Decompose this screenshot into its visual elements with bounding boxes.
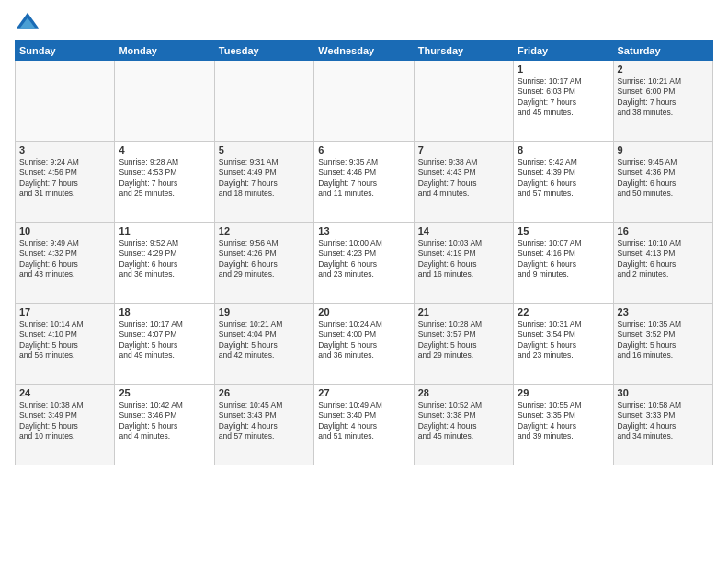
logo-icon	[15, 11, 40, 37]
day-info: Sunrise: 10:03 AMSunset: 4:19 PMDaylight…	[418, 238, 509, 281]
day-info: Sunrise: 9:35 AMSunset: 4:46 PMDaylight:…	[318, 157, 409, 200]
page: SundayMondayTuesdayWednesdayThursdayFrid…	[0, 0, 728, 563]
day-info: Sunrise: 10:17 AMSunset: 4:07 PMDaylight…	[119, 319, 210, 362]
weekday-header-friday: Friday	[514, 41, 613, 61]
day-info: Sunrise: 9:24 AMSunset: 4:56 PMDaylight:…	[19, 157, 110, 200]
day-number: 4	[119, 144, 210, 155]
calendar-cell: 23Sunrise: 10:35 AMSunset: 3:52 PMDaylig…	[613, 304, 712, 385]
day-info: Sunrise: 10:31 AMSunset: 3:54 PMDaylight…	[518, 319, 609, 362]
calendar: SundayMondayTuesdayWednesdayThursdayFrid…	[15, 40, 713, 465]
calendar-cell: 12Sunrise: 9:56 AMSunset: 4:26 PMDayligh…	[214, 223, 313, 304]
weekday-header-saturday: Saturday	[613, 41, 712, 61]
weekday-header-tuesday: Tuesday	[214, 41, 313, 61]
day-info: Sunrise: 9:45 AMSunset: 4:36 PMDaylight:…	[618, 157, 709, 200]
day-info: Sunrise: 10:42 AMSunset: 3:46 PMDaylight…	[119, 400, 210, 442]
day-info: Sunrise: 9:49 AMSunset: 4:32 PMDaylight:…	[19, 238, 110, 281]
calendar-header: SundayMondayTuesdayWednesdayThursdayFrid…	[16, 41, 713, 61]
calendar-cell: 26Sunrise: 10:45 AMSunset: 3:43 PMDaylig…	[214, 385, 313, 465]
day-info: Sunrise: 9:42 AMSunset: 4:39 PMDaylight:…	[518, 157, 609, 200]
calendar-cell: 4Sunrise: 9:28 AMSunset: 4:53 PMDaylight…	[115, 142, 214, 223]
day-number: 3	[19, 144, 110, 155]
calendar-cell: 14Sunrise: 10:03 AMSunset: 4:19 PMDaylig…	[414, 223, 513, 304]
calendar-cell: 19Sunrise: 10:21 AMSunset: 4:04 PMDaylig…	[214, 304, 313, 385]
day-info: Sunrise: 10:35 AMSunset: 3:52 PMDaylight…	[618, 319, 709, 362]
calendar-body: 1Sunrise: 10:17 AMSunset: 6:03 PMDayligh…	[16, 61, 713, 465]
day-info: Sunrise: 10:58 AMSunset: 3:33 PMDaylight…	[618, 400, 709, 442]
calendar-cell: 17Sunrise: 10:14 AMSunset: 4:10 PMDaylig…	[16, 304, 115, 385]
calendar-cell: 28Sunrise: 10:52 AMSunset: 3:38 PMDaylig…	[414, 385, 513, 465]
day-number: 18	[119, 306, 210, 317]
calendar-cell: 27Sunrise: 10:49 AMSunset: 3:40 PMDaylig…	[314, 385, 414, 465]
week-row-5: 24Sunrise: 10:38 AMSunset: 3:49 PMDaylig…	[16, 385, 713, 465]
day-info: Sunrise: 10:24 AMSunset: 4:00 PMDaylight…	[318, 319, 409, 362]
calendar-cell: 9Sunrise: 9:45 AMSunset: 4:36 PMDaylight…	[613, 142, 712, 223]
day-info: Sunrise: 9:52 AMSunset: 4:29 PMDaylight:…	[119, 238, 210, 281]
day-number: 30	[618, 387, 709, 398]
day-number: 21	[418, 306, 509, 317]
day-info: Sunrise: 10:28 AMSunset: 3:57 PMDaylight…	[418, 319, 509, 362]
day-info: Sunrise: 9:28 AMSunset: 4:53 PMDaylight:…	[119, 157, 210, 200]
day-number: 8	[518, 144, 609, 155]
day-number: 16	[618, 225, 709, 236]
day-number: 10	[19, 225, 110, 236]
day-number: 14	[418, 225, 509, 236]
day-number: 5	[219, 144, 310, 155]
day-info: Sunrise: 10:10 AMSunset: 4:13 PMDaylight…	[618, 238, 709, 281]
day-number: 29	[518, 387, 609, 398]
calendar-cell: 1Sunrise: 10:17 AMSunset: 6:03 PMDayligh…	[514, 61, 613, 142]
day-number: 28	[418, 387, 509, 398]
weekday-header-wednesday: Wednesday	[314, 41, 414, 61]
week-row-4: 17Sunrise: 10:14 AMSunset: 4:10 PMDaylig…	[16, 304, 713, 385]
calendar-cell: 3Sunrise: 9:24 AMSunset: 4:56 PMDaylight…	[16, 142, 115, 223]
calendar-cell: 7Sunrise: 9:38 AMSunset: 4:43 PMDaylight…	[414, 142, 513, 223]
day-number: 27	[318, 387, 409, 398]
calendar-cell: 24Sunrise: 10:38 AMSunset: 3:49 PMDaylig…	[16, 385, 115, 465]
calendar-cell	[214, 61, 313, 142]
day-info: Sunrise: 10:52 AMSunset: 3:38 PMDaylight…	[418, 400, 509, 442]
calendar-cell: 15Sunrise: 10:07 AMSunset: 4:16 PMDaylig…	[514, 223, 613, 304]
calendar-cell: 5Sunrise: 9:31 AMSunset: 4:49 PMDaylight…	[214, 142, 313, 223]
calendar-cell: 6Sunrise: 9:35 AMSunset: 4:46 PMDaylight…	[314, 142, 414, 223]
day-number: 6	[318, 144, 409, 155]
day-number: 23	[618, 306, 709, 317]
calendar-cell	[314, 61, 414, 142]
header	[15, 11, 713, 37]
calendar-cell: 21Sunrise: 10:28 AMSunset: 3:57 PMDaylig…	[414, 304, 513, 385]
weekday-header-thursday: Thursday	[414, 41, 513, 61]
week-row-3: 10Sunrise: 9:49 AMSunset: 4:32 PMDayligh…	[16, 223, 713, 304]
day-number: 1	[518, 63, 609, 75]
day-info: Sunrise: 10:55 AMSunset: 3:35 PMDaylight…	[518, 400, 609, 442]
calendar-cell: 2Sunrise: 10:21 AMSunset: 6:00 PMDayligh…	[613, 61, 712, 142]
day-number: 22	[518, 306, 609, 317]
day-info: Sunrise: 10:21 AMSunset: 6:00 PMDaylight…	[618, 76, 709, 119]
day-number: 7	[418, 144, 509, 155]
day-number: 12	[219, 225, 310, 236]
day-info: Sunrise: 10:17 AMSunset: 6:03 PMDaylight…	[518, 76, 609, 119]
day-number: 20	[318, 306, 409, 317]
day-info: Sunrise: 10:21 AMSunset: 4:04 PMDaylight…	[219, 319, 310, 362]
day-number: 13	[318, 225, 409, 236]
calendar-cell: 8Sunrise: 9:42 AMSunset: 4:39 PMDaylight…	[514, 142, 613, 223]
day-number: 24	[19, 387, 110, 398]
calendar-cell	[115, 61, 214, 142]
day-info: Sunrise: 10:14 AMSunset: 4:10 PMDaylight…	[19, 319, 110, 362]
week-row-1: 1Sunrise: 10:17 AMSunset: 6:03 PMDayligh…	[16, 61, 713, 142]
day-number: 9	[618, 144, 709, 155]
weekday-row: SundayMondayTuesdayWednesdayThursdayFrid…	[16, 41, 713, 61]
day-info: Sunrise: 9:31 AMSunset: 4:49 PMDaylight:…	[219, 157, 310, 200]
calendar-cell: 18Sunrise: 10:17 AMSunset: 4:07 PMDaylig…	[115, 304, 214, 385]
day-info: Sunrise: 10:38 AMSunset: 3:49 PMDaylight…	[19, 400, 110, 442]
day-info: Sunrise: 9:56 AMSunset: 4:26 PMDaylight:…	[219, 238, 310, 281]
day-info: Sunrise: 10:49 AMSunset: 3:40 PMDaylight…	[318, 400, 409, 442]
weekday-header-sunday: Sunday	[16, 41, 115, 61]
day-number: 15	[518, 225, 609, 236]
calendar-cell	[16, 61, 115, 142]
calendar-cell: 29Sunrise: 10:55 AMSunset: 3:35 PMDaylig…	[514, 385, 613, 465]
day-number: 17	[19, 306, 110, 317]
day-info: Sunrise: 10:07 AMSunset: 4:16 PMDaylight…	[518, 238, 609, 281]
logo	[15, 11, 42, 37]
week-row-2: 3Sunrise: 9:24 AMSunset: 4:56 PMDaylight…	[16, 142, 713, 223]
calendar-cell: 11Sunrise: 9:52 AMSunset: 4:29 PMDayligh…	[115, 223, 214, 304]
day-number: 2	[618, 63, 709, 75]
calendar-cell: 10Sunrise: 9:49 AMSunset: 4:32 PMDayligh…	[16, 223, 115, 304]
